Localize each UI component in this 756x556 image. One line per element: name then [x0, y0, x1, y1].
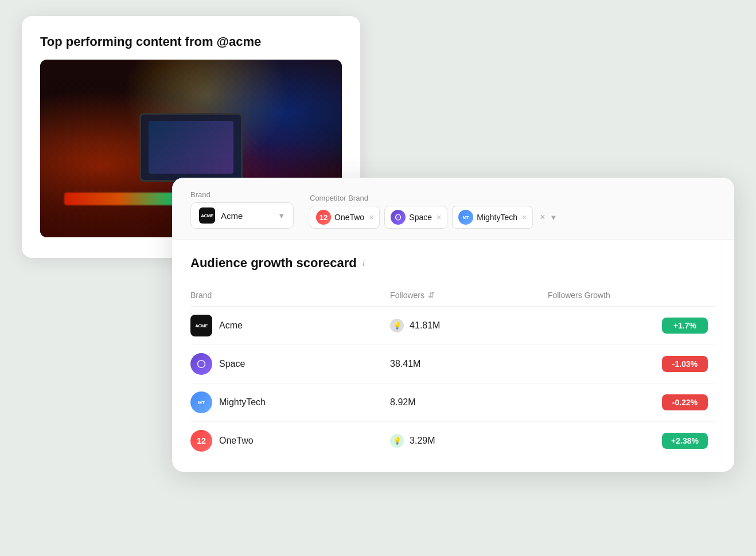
space-tag-logo: [391, 210, 406, 225]
brand-cell-mightytech: MT MightyTech: [190, 383, 390, 422]
brand-cell-acme: ACME Acme: [190, 307, 390, 345]
onetwo-brand-logo: 12: [190, 430, 212, 452]
competitor-tag-space[interactable]: Space ×: [384, 206, 447, 229]
acme-growth-badge: +1.7%: [662, 318, 708, 334]
scorecard-table: Brand Followers ⇵ Followers Growth: [190, 284, 716, 460]
onetwo-bulb-icon: 💡: [390, 434, 404, 448]
space-followers-value: 38.41M: [390, 359, 420, 369]
competitor-filter-label: Competitor Brand: [310, 194, 619, 202]
acme-logo: ACME: [199, 207, 215, 224]
followers-sort-icon[interactable]: ⇵: [428, 290, 435, 300]
acme-brand-name: Acme: [219, 320, 243, 331]
top-performing-title: Top performing content from @acme: [40, 34, 342, 49]
mightytech-tag-logo: MT: [458, 210, 473, 225]
space-growth-badge: -1.03%: [662, 356, 708, 372]
space-followers-cell: 38.41M: [390, 345, 548, 383]
onetwo-followers-value: 3.29M: [410, 436, 435, 446]
brand-cell-space: Space: [190, 345, 390, 383]
table-row: 12 OneTwo 💡 3.29M +2.38%: [190, 422, 716, 460]
table-row: Space 38.41M -1.03%: [190, 345, 716, 383]
table-row: ACME Acme 💡 41.81M +1.7%: [190, 307, 716, 345]
onetwo-tag-close[interactable]: ×: [369, 213, 373, 222]
competitor-filter-group: Competitor Brand 12 OneTwo × Space ×: [310, 194, 619, 229]
mightytech-brand-name: MightyTech: [219, 397, 266, 408]
filter-bar: Brand ACME Acme ▼ Competitor Brand 12 On…: [172, 178, 734, 240]
mightytech-tag-name: MightyTech: [477, 213, 517, 222]
competitor-chevron-icon[interactable]: ▼: [550, 213, 558, 222]
col-header-growth: Followers Growth: [548, 284, 716, 307]
acme-followers-cell: 💡 41.81M: [390, 307, 548, 345]
brand-cell-onetwo: 12 OneTwo: [190, 422, 390, 460]
onetwo-followers-cell: 💡 3.29M: [390, 422, 548, 460]
brand-chevron-icon: ▼: [278, 212, 285, 220]
onetwo-growth-cell: +2.38%: [548, 422, 716, 460]
acme-growth-cell: +1.7%: [548, 307, 716, 345]
competitor-tag-mightytech[interactable]: MT MightyTech ×: [452, 206, 533, 229]
acme-followers-value: 41.81M: [410, 320, 440, 331]
competitor-tags-container: 12 OneTwo × Space × MT MightyTech ×: [310, 206, 619, 229]
acme-brand-logo: ACME: [190, 315, 212, 336]
space-growth-cell: -1.03%: [548, 345, 716, 383]
competitor-clear-all[interactable]: ×: [540, 212, 545, 222]
mightytech-followers-value: 8.92M: [390, 397, 415, 407]
onetwo-growth-badge: +2.38%: [662, 433, 708, 449]
brand-filter-label: Brand: [190, 190, 294, 199]
mightytech-brand-logo: MT: [190, 391, 212, 413]
audience-growth-card: Brand ACME Acme ▼ Competitor Brand 12 On…: [172, 178, 734, 472]
mightytech-followers-cell: 8.92M: [390, 383, 548, 422]
onetwo-brand-name: OneTwo: [219, 436, 254, 446]
acme-bulb-icon: 💡: [390, 319, 404, 332]
space-tag-close[interactable]: ×: [437, 213, 441, 222]
mightytech-tag-close[interactable]: ×: [522, 213, 527, 222]
space-brand-name: Space: [219, 359, 245, 369]
brand-select[interactable]: ACME Acme ▼: [190, 202, 294, 229]
dj-monitor-visual: [139, 113, 243, 182]
onetwo-tag-logo: 12: [316, 210, 331, 225]
space-tag-name: Space: [409, 213, 432, 222]
mightytech-growth-badge: -0.22%: [662, 394, 708, 410]
scorecard-title-row: Audience growth scorecard i: [190, 256, 716, 271]
scorecard-title: Audience growth scorecard: [190, 256, 357, 271]
col-header-followers: Followers ⇵: [390, 284, 548, 307]
col-header-brand: Brand: [190, 284, 390, 307]
mightytech-growth-cell: -0.22%: [548, 383, 716, 422]
brand-filter-group: Brand ACME Acme ▼: [190, 190, 294, 229]
onetwo-tag-name: OneTwo: [334, 213, 364, 222]
space-brand-logo: [190, 353, 212, 375]
table-row: MT MightyTech 8.92M -0.22%: [190, 383, 716, 422]
scorecard-section: Audience growth scorecard i Brand Follow…: [172, 240, 734, 472]
competitor-tag-onetwo[interactable]: 12 OneTwo ×: [310, 206, 380, 229]
info-icon[interactable]: i: [363, 259, 365, 268]
brand-selected-value: Acme: [221, 211, 272, 221]
